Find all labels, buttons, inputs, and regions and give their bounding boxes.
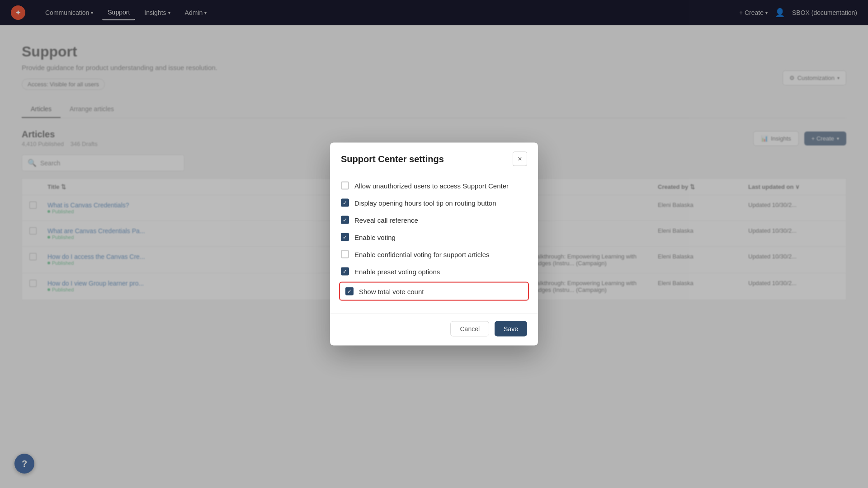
save-button[interactable]: Save xyxy=(495,321,527,337)
modal-footer: Cancel Save xyxy=(330,314,538,346)
cancel-button[interactable]: Cancel xyxy=(450,321,489,337)
setting-total-vote-count: ✓ Show total vote count xyxy=(339,282,529,301)
modal-close-button[interactable]: × xyxy=(513,152,527,166)
setting-unauthorized-label: Allow unauthorized users to access Suppo… xyxy=(354,182,509,189)
setting-total-vote-count-checkbox[interactable]: ✓ xyxy=(345,287,354,296)
setting-preset-voting: ✓ Enable preset voting options xyxy=(341,263,527,280)
setting-opening-hours-label: Display opening hours tool tip on routin… xyxy=(354,199,496,206)
setting-enable-voting-checkbox[interactable]: ✓ xyxy=(341,233,349,241)
setting-call-reference-label: Reveal call reference xyxy=(354,216,418,224)
setting-total-vote-count-label: Show total vote count xyxy=(359,287,424,295)
setting-opening-hours-checkbox[interactable]: ✓ xyxy=(341,199,349,207)
modal-title: Support Center settings xyxy=(341,154,444,164)
setting-preset-voting-checkbox[interactable]: ✓ xyxy=(341,267,349,276)
modal-body: Allow unauthorized users to access Suppo… xyxy=(330,174,538,314)
setting-confidential-voting: Enable confidential voting for support a… xyxy=(341,246,527,263)
setting-enable-voting-label: Enable voting xyxy=(354,233,396,241)
support-center-settings-modal: Support Center settings × Allow unauthor… xyxy=(330,143,538,346)
setting-opening-hours: ✓ Display opening hours tool tip on rout… xyxy=(341,194,527,211)
modal-header: Support Center settings × xyxy=(330,143,538,174)
setting-confidential-voting-checkbox[interactable] xyxy=(341,250,349,258)
setting-enable-voting: ✓ Enable voting xyxy=(341,229,527,246)
setting-unauthorized-checkbox[interactable] xyxy=(341,182,349,190)
setting-unauthorized: Allow unauthorized users to access Suppo… xyxy=(341,177,527,194)
setting-confidential-voting-label: Enable confidential voting for support a… xyxy=(354,250,490,258)
setting-call-reference-checkbox[interactable]: ✓ xyxy=(341,216,349,224)
setting-preset-voting-label: Enable preset voting options xyxy=(354,267,440,275)
setting-call-reference: ✓ Reveal call reference xyxy=(341,211,527,229)
